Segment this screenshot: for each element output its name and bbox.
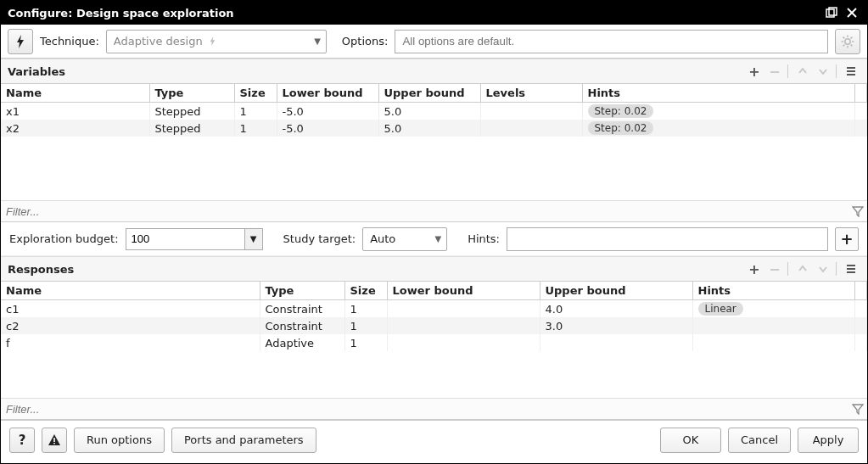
filter-icon[interactable] [852, 205, 864, 217]
table-row[interactable]: x1 Stepped 1 -5.0 5.0 Step: 0.02 [1, 103, 867, 120]
variables-move-up-button[interactable] [793, 62, 812, 81]
cell-lower[interactable] [387, 317, 540, 334]
cell-size[interactable]: 1 [344, 334, 387, 351]
close-icon[interactable] [843, 4, 860, 21]
technique-toolbar: Technique: Adaptive design ▼ Options: [1, 25, 867, 59]
variables-add-button[interactable]: + [745, 62, 764, 81]
cell-name[interactable]: c1 [1, 300, 260, 317]
budget-spinner[interactable]: ▼ [244, 228, 263, 250]
cell-lower[interactable]: -5.0 [277, 103, 378, 120]
col-name[interactable]: Name [1, 84, 149, 103]
col-upper[interactable]: Upper bound [540, 282, 692, 300]
cell-upper[interactable] [540, 334, 692, 351]
variables-section-header: Variables + − [1, 59, 867, 84]
responses-remove-button[interactable]: − [765, 260, 784, 278]
cell-upper[interactable]: 5.0 [378, 120, 480, 137]
cell-upper[interactable]: 5.0 [378, 103, 480, 120]
svg-line-10 [851, 44, 853, 46]
col-upper[interactable]: Upper bound [378, 84, 480, 103]
cell-size[interactable]: 1 [234, 103, 277, 120]
filter-icon[interactable] [852, 403, 864, 415]
cell-hints[interactable]: Linear [692, 300, 855, 317]
cell-name[interactable]: x2 [1, 120, 149, 137]
cell-name[interactable]: x1 [1, 103, 149, 120]
budget-input[interactable] [126, 228, 244, 250]
col-lower[interactable]: Lower bound [387, 282, 540, 300]
cell-hints[interactable] [692, 317, 855, 334]
hint-pill: Linear [698, 302, 743, 316]
cell-type[interactable]: Constraint [260, 300, 344, 317]
svg-line-12 [851, 36, 853, 38]
cell-lower[interactable] [387, 334, 540, 351]
responses-filter-input[interactable] [4, 401, 864, 417]
hints-label: Hints: [468, 232, 500, 245]
table-row[interactable]: f Adaptive 1 [1, 334, 867, 351]
table-row[interactable]: c2 Constraint 1 3.0 [1, 317, 867, 334]
ports-parameters-button[interactable]: Ports and parameters [171, 428, 316, 453]
cell-type[interactable]: Stepped [149, 103, 234, 120]
table-row[interactable]: c1 Constraint 1 4.0 Linear [1, 300, 867, 317]
window-title: Configure: Design space exploration [8, 7, 234, 20]
responses-title: Responses [8, 263, 74, 276]
study-label: Study target: [283, 232, 356, 245]
cell-lower[interactable]: -5.0 [277, 120, 378, 137]
responses-move-up-button[interactable] [793, 260, 812, 278]
apply-button[interactable]: Apply [798, 428, 859, 453]
technique-select[interactable]: Adaptive design ▼ [106, 30, 327, 53]
run-options-button[interactable]: Run options [74, 428, 165, 453]
col-size[interactable]: Size [234, 84, 277, 103]
responses-add-button[interactable]: + [745, 260, 764, 278]
col-size[interactable]: Size [344, 282, 387, 300]
cell-type[interactable]: Adaptive [260, 334, 344, 351]
middle-controls: Exploration budget: ▼ Study target: Auto… [1, 222, 867, 256]
hint-pill: Step: 0.02 [588, 121, 654, 135]
variables-menu-button[interactable] [842, 62, 860, 81]
cell-name[interactable]: c2 [1, 317, 260, 334]
cell-lower[interactable] [387, 300, 540, 317]
variables-filter-input[interactable] [4, 204, 864, 220]
variables-filter-row [1, 200, 867, 222]
study-value: Auto [370, 232, 395, 245]
variables-table: Name Type Size Lower bound Upper bound L… [1, 84, 867, 200]
cell-levels[interactable] [480, 103, 582, 120]
col-hints[interactable]: Hints [692, 282, 855, 300]
options-input[interactable] [395, 30, 828, 53]
hints-add-button[interactable]: + [835, 227, 859, 251]
responses-move-down-button[interactable] [814, 260, 832, 278]
help-button[interactable]: ? [9, 428, 35, 453]
col-hints[interactable]: Hints [582, 84, 855, 103]
cell-hints[interactable]: Step: 0.02 [582, 120, 855, 137]
maximize-icon[interactable] [823, 4, 840, 21]
cell-size[interactable]: 1 [344, 317, 387, 334]
hints-input[interactable] [507, 227, 828, 251]
cell-type[interactable]: Stepped [149, 120, 234, 137]
cell-upper[interactable]: 4.0 [540, 300, 692, 317]
run-icon-button[interactable] [8, 29, 33, 54]
study-target-select[interactable]: Auto ▼ [362, 227, 447, 251]
cell-type[interactable]: Constraint [260, 317, 344, 334]
ok-button[interactable]: OK [660, 428, 721, 453]
cell-size[interactable]: 1 [234, 120, 277, 137]
variables-move-down-button[interactable] [814, 62, 832, 81]
col-lower[interactable]: Lower bound [277, 84, 378, 103]
table-row[interactable]: x2 Stepped 1 -5.0 5.0 Step: 0.02 [1, 120, 867, 137]
settings-gear-button[interactable] [835, 29, 860, 54]
cell-size[interactable]: 1 [344, 300, 387, 317]
col-name[interactable]: Name [1, 282, 260, 300]
warning-button[interactable] [42, 428, 67, 453]
col-levels[interactable]: Levels [480, 84, 582, 103]
cell-levels[interactable] [480, 120, 582, 137]
cell-hints[interactable]: Step: 0.02 [582, 103, 855, 120]
col-tail [855, 282, 867, 300]
variables-remove-button[interactable]: − [765, 62, 784, 81]
budget-input-group: ▼ [126, 228, 263, 250]
cancel-button[interactable]: Cancel [728, 428, 791, 453]
col-type[interactable]: Type [260, 282, 344, 300]
cell-hints[interactable] [692, 334, 855, 351]
cell-name[interactable]: f [1, 334, 260, 351]
col-type[interactable]: Type [149, 84, 234, 103]
separator [836, 64, 837, 78]
technique-value: Adaptive design [114, 35, 203, 48]
cell-upper[interactable]: 3.0 [540, 317, 692, 334]
responses-menu-button[interactable] [842, 260, 860, 278]
